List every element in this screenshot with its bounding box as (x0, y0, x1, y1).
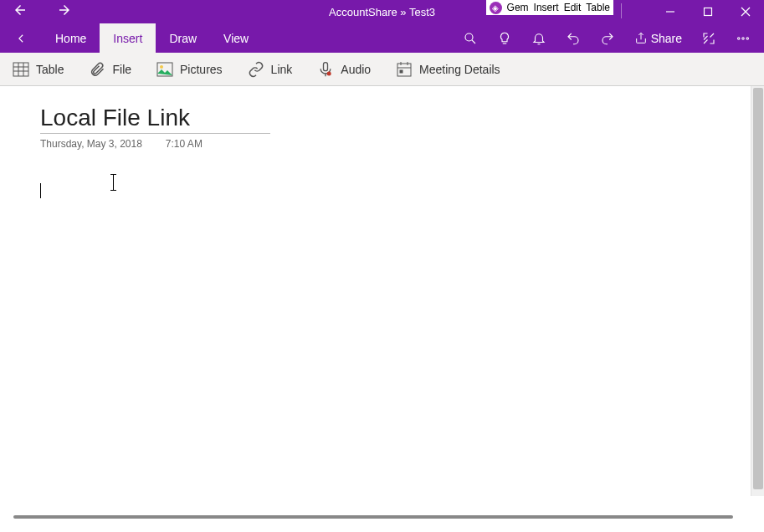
share-label: Share (651, 32, 682, 45)
svg-rect-14 (13, 63, 28, 76)
tab-view[interactable]: View (210, 23, 262, 53)
note-page[interactable]: Local File Link Thursday, May 3, 2018 7:… (0, 86, 764, 532)
nav-forward-icon[interactable] (57, 3, 72, 21)
tab-home[interactable]: Home (42, 23, 100, 53)
nav-back-icon[interactable] (13, 3, 28, 21)
addon-menu: ◈ Gem Insert Edit Table (486, 0, 613, 15)
tab-insert[interactable]: Insert (100, 23, 156, 53)
addon-item-gem[interactable]: Gem (507, 2, 529, 13)
search-icon[interactable] (456, 23, 485, 53)
picture-icon (156, 61, 173, 78)
horizontal-scrollbar[interactable] (13, 515, 733, 519)
tab-draw[interactable]: Draw (156, 23, 210, 53)
link-icon (248, 61, 264, 78)
gem-icon[interactable]: ◈ (490, 2, 502, 14)
svg-point-13 (746, 37, 748, 38)
window-title: AccountShare » Test3 (329, 6, 435, 18)
svg-point-4 (465, 33, 473, 41)
ribbon-pictures-label: Pictures (180, 63, 223, 76)
page-date: Thursday, May 3, 2018 (40, 138, 142, 150)
share-button[interactable]: Share (628, 32, 689, 45)
svg-point-20 (160, 65, 163, 69)
svg-rect-28 (400, 70, 403, 73)
svg-point-23 (327, 71, 331, 75)
svg-point-11 (737, 37, 739, 38)
vertical-scrollbar[interactable] (751, 86, 764, 496)
ribbon-meeting[interactable]: Meeting Details (396, 61, 500, 78)
more-icon[interactable] (728, 23, 757, 53)
bell-icon[interactable] (525, 23, 554, 53)
svg-line-5 (472, 39, 475, 43)
ribbon-file-label: File (112, 63, 131, 76)
svg-line-9 (704, 39, 708, 43)
svg-rect-24 (397, 64, 411, 76)
ribbon-link[interactable]: Link (248, 61, 293, 78)
calendar-icon (396, 61, 413, 78)
addon-item-insert[interactable]: Insert (534, 2, 559, 13)
paperclip-icon (89, 61, 105, 78)
text-cursor (40, 183, 41, 198)
ribbon-table-label: Table (36, 63, 64, 76)
ribbon-link-label: Link (271, 63, 293, 76)
ribbon-table[interactable]: Table (13, 61, 64, 78)
table-icon (13, 61, 29, 78)
addon-item-edit[interactable]: Edit (564, 2, 582, 13)
title-bar: AccountShare » Test3 ◈ Gem Insert Edit T… (0, 0, 764, 23)
close-button[interactable] (726, 0, 764, 23)
back-chevron-button[interactable] (0, 23, 42, 53)
ribbon-meeting-label: Meeting Details (419, 63, 500, 76)
ribbon-file[interactable]: File (89, 61, 131, 78)
ibeam-pointer (110, 175, 118, 190)
insert-ribbon: Table File Pictures Link Audio Meeting D… (0, 53, 764, 86)
svg-point-12 (741, 37, 743, 38)
undo-icon[interactable] (559, 23, 588, 53)
page-meta: Thursday, May 3, 2018 7:10 AM (40, 138, 203, 150)
ribbon-audio-label: Audio (341, 63, 371, 76)
svg-line-10 (710, 33, 714, 38)
lightbulb-icon[interactable] (490, 23, 520, 53)
addon-item-table[interactable]: Table (586, 2, 610, 13)
fullscreen-icon[interactable] (694, 23, 723, 53)
svg-rect-1 (704, 8, 711, 16)
maximize-button[interactable] (689, 0, 726, 23)
ribbon-audio[interactable]: Audio (317, 61, 371, 78)
redo-icon[interactable] (593, 23, 623, 53)
ribbon-pictures[interactable]: Pictures (156, 61, 223, 78)
page-time: 7:10 AM (166, 138, 203, 150)
svg-rect-21 (324, 62, 328, 70)
ribbon-tabs: Home Insert Draw View Share (0, 23, 764, 53)
microphone-icon (317, 61, 334, 78)
minimize-button[interactable] (651, 0, 689, 23)
separator (621, 3, 622, 18)
page-title[interactable]: Local File Link (40, 105, 270, 134)
scrollbar-thumb[interactable] (753, 88, 763, 489)
